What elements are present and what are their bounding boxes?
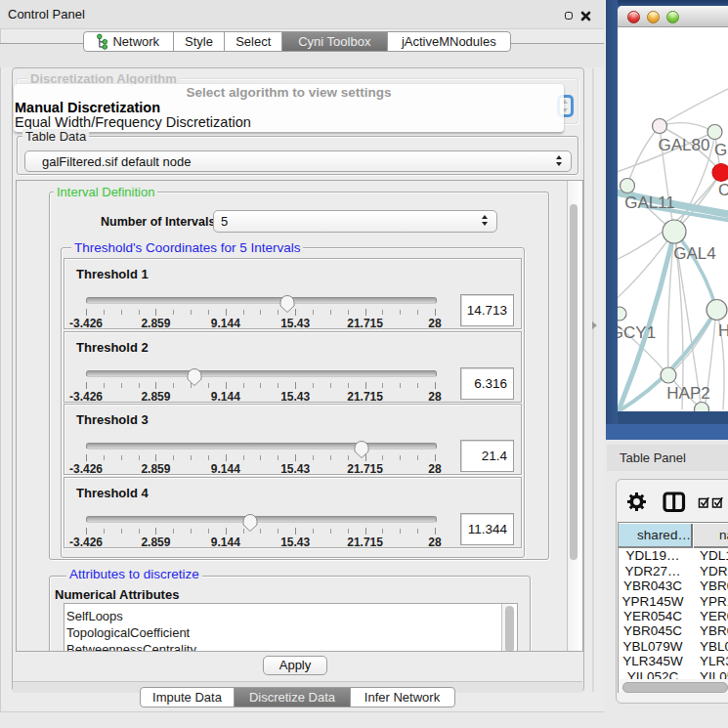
svg-text:G...: G... xyxy=(714,141,728,159)
svg-text:HI: HI xyxy=(718,321,728,340)
svg-text:GAL80: GAL80 xyxy=(659,136,710,154)
svg-text:GCY1: GCY1 xyxy=(618,323,656,342)
svg-text:GAL4: GAL4 xyxy=(673,244,715,263)
svg-text:GAL11: GAL11 xyxy=(624,193,675,212)
svg-text:CD: CD xyxy=(718,181,728,199)
svg-text:HAP2: HAP2 xyxy=(666,384,709,403)
